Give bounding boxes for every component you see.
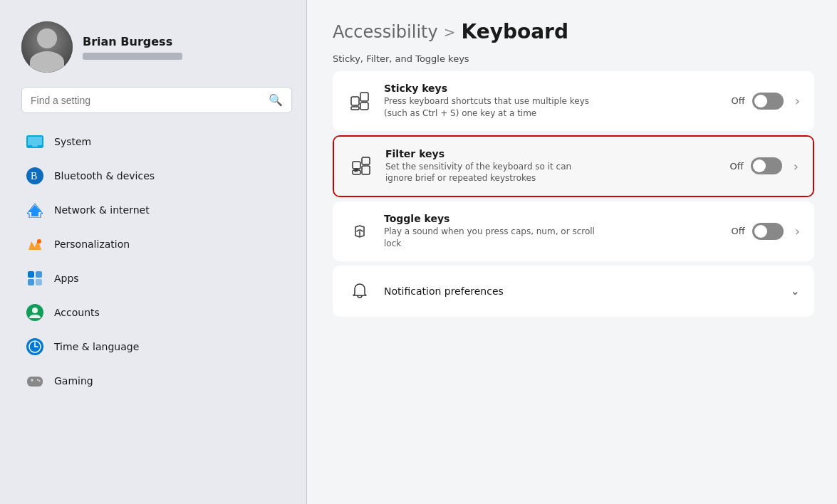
filter-keys-title: Filter keys (385, 148, 719, 159)
toggle-keys-chevron: › (795, 224, 800, 238)
svg-rect-23 (360, 103, 368, 110)
toggle-keys-card: Toggle keys Play a sound when you press … (333, 201, 814, 261)
svg-rect-18 (31, 379, 33, 382)
toggle-keys-toggle[interactable] (752, 223, 784, 240)
svg-rect-2 (32, 145, 38, 147)
filter-keys-text: Filter keys Set the sensitivity of the k… (385, 148, 719, 185)
toggle-keys-title: Toggle keys (384, 213, 720, 224)
sticky-keys-toggle[interactable] (752, 93, 784, 110)
sticky-keys-toggle-label: Off (732, 95, 745, 106)
filter-keys-toggle[interactable] (751, 157, 782, 174)
sidebar-item-network[interactable]: Network & internet (19, 194, 295, 226)
toggle-keys-toggle-label: Off (732, 226, 745, 236)
user-email-bar (83, 53, 182, 60)
sidebar-item-gaming-label: Gaming (54, 375, 93, 387)
sidebar: Brian Burgess 🔍 System B Bluetooth & dev… (0, 0, 306, 504)
sidebar-item-accounts-label: Accounts (54, 307, 100, 318)
gaming-icon (26, 372, 44, 390)
accounts-icon (26, 303, 44, 322)
svg-rect-16 (27, 377, 43, 387)
sidebar-item-system-label: System (54, 136, 91, 147)
user-info: Brian Burgess (83, 35, 182, 60)
breadcrumb-current: Keyboard (461, 20, 568, 43)
sticky-keys-desc: Press keyboard shortcuts that use multip… (384, 95, 598, 120)
sidebar-item-network-label: Network & internet (54, 204, 150, 216)
filter-keys-row[interactable]: Filter keys Set the sensitivity of the k… (334, 137, 813, 196)
filter-keys-chevron: › (794, 159, 799, 174)
sidebar-item-apps[interactable]: Apps (19, 262, 295, 295)
svg-point-19 (37, 379, 38, 380)
search-box[interactable]: 🔍 (21, 87, 292, 113)
notification-icon (347, 278, 373, 304)
sticky-keys-card: Sticky keys Press keyboard shortcuts tha… (333, 71, 814, 131)
breadcrumb: Accessibility > Keyboard (333, 20, 814, 43)
sticky-keys-chevron: › (795, 93, 800, 108)
svg-rect-9 (36, 279, 42, 285)
time-icon (26, 337, 44, 356)
filter-keys-icon (348, 153, 374, 179)
sidebar-item-gaming[interactable]: Gaming (19, 364, 295, 397)
svg-rect-21 (351, 97, 359, 105)
toggle-keys-text: Toggle keys Play a sound when you press … (384, 213, 720, 250)
main-content: Accessibility > Keyboard Sticky, Filter,… (307, 0, 837, 504)
search-input[interactable] (31, 95, 263, 106)
sidebar-item-personalization[interactable]: Personalization (19, 228, 295, 261)
avatar (21, 21, 73, 73)
sidebar-item-accounts[interactable]: Accounts (19, 296, 295, 329)
svg-point-5 (37, 239, 41, 243)
filter-keys-desc: Set the sensitivity of the keyboard so i… (385, 161, 599, 185)
notification-preferences-row[interactable]: Notification preferences ⌄ (333, 266, 814, 317)
svg-rect-28 (362, 166, 370, 174)
sticky-keys-row[interactable]: Sticky keys Press keyboard shortcuts tha… (333, 71, 814, 131)
svg-rect-26 (362, 157, 370, 164)
toggle-keys-icon (347, 219, 373, 244)
sidebar-item-bluetooth[interactable]: B Bluetooth & devices (19, 159, 295, 192)
breadcrumb-parent[interactable]: Accessibility (333, 22, 438, 42)
section-label: Sticky, Filter, and Toggle keys (333, 53, 814, 64)
filter-keys-toggle-knob (753, 159, 766, 172)
svg-point-11 (32, 308, 38, 313)
bluetooth-icon: B (26, 167, 44, 185)
sticky-keys-title: Sticky keys (384, 83, 720, 94)
sticky-keys-control: Off › (732, 93, 800, 110)
apps-icon (26, 269, 44, 288)
notification-chevron-down-icon: ⌄ (791, 284, 800, 298)
svg-rect-24 (351, 107, 359, 110)
svg-rect-8 (28, 279, 34, 285)
personalization-icon (26, 235, 44, 253)
svg-point-20 (38, 380, 40, 382)
toggle-keys-toggle-knob (754, 225, 767, 238)
user-name: Brian Burgess (83, 35, 182, 48)
breadcrumb-separator: > (444, 23, 456, 41)
sidebar-item-apps-label: Apps (54, 273, 79, 284)
toggle-keys-desc: Play a sound when you press caps, num, o… (384, 226, 598, 250)
svg-text:B: B (31, 171, 37, 182)
svg-rect-6 (28, 271, 34, 278)
filter-keys-card: Filter keys Set the sensitivity of the k… (333, 135, 814, 198)
sticky-keys-text: Sticky keys Press keyboard shortcuts tha… (384, 83, 720, 120)
notification-title: Notification preferences (384, 285, 779, 297)
sticky-keys-toggle-knob (754, 95, 767, 107)
svg-rect-7 (36, 271, 42, 278)
sidebar-item-bluetooth-label: Bluetooth & devices (54, 170, 155, 182)
toggle-keys-row[interactable]: Toggle keys Play a sound when you press … (333, 201, 814, 261)
filter-keys-control: Off › (730, 157, 799, 174)
sidebar-item-system[interactable]: System (19, 125, 295, 158)
system-icon (26, 132, 44, 151)
sidebar-item-personalization-label: Personalization (54, 238, 130, 250)
svg-rect-1 (28, 137, 42, 145)
user-profile: Brian Burgess (14, 14, 306, 87)
network-icon (26, 201, 44, 219)
svg-rect-22 (360, 93, 368, 101)
search-icon: 🔍 (269, 93, 283, 107)
filter-keys-toggle-label: Off (730, 161, 744, 172)
svg-rect-25 (353, 162, 360, 169)
toggle-keys-control: Off › (732, 223, 800, 240)
sidebar-item-time[interactable]: Time & language (19, 330, 295, 363)
sidebar-item-time-label: Time & language (54, 341, 139, 352)
sticky-keys-icon (347, 88, 373, 114)
